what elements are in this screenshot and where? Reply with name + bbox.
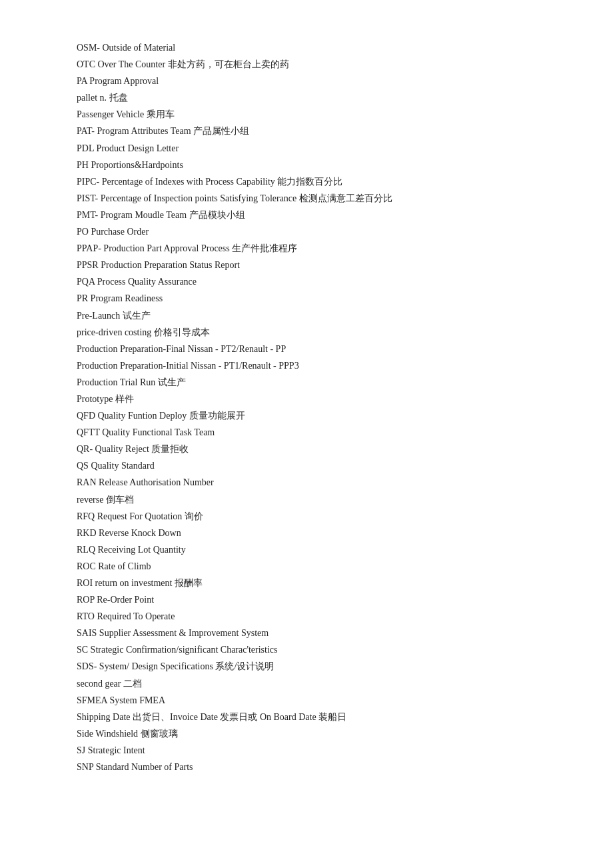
list-item: SAIS Supplier Assessment & Improvement S… bbox=[77, 625, 536, 641]
term-list: OSM- Outside of MaterialOTC Over The Cou… bbox=[77, 40, 536, 775]
list-item: QFD Quality Funtion Deploy 质量功能展开 bbox=[77, 408, 536, 423]
list-item: Production Trial Run 试生产 bbox=[77, 375, 536, 390]
list-item: SDS- System/ Design Specifications 系统/设计… bbox=[77, 659, 536, 674]
list-item: SJ Strategic Intent bbox=[77, 743, 536, 758]
list-item: QS Quality Standard bbox=[77, 458, 536, 473]
list-item: reverse 倒车档 bbox=[77, 492, 536, 507]
list-item: QFTT Quality Functional Task Team bbox=[77, 425, 536, 440]
list-item: PR Program Readiness bbox=[77, 291, 536, 306]
list-item: OSM- Outside of Material bbox=[77, 40, 536, 55]
list-item: PO Purchase Order bbox=[77, 224, 536, 239]
list-item: PH Proportions&Hardpoints bbox=[77, 157, 536, 173]
list-item: PQA Process Quality Assurance bbox=[77, 274, 536, 289]
list-item: Prototype 样件 bbox=[77, 391, 536, 407]
list-item: Pre-Launch 试生产 bbox=[77, 308, 536, 323]
list-item: PDL Product Design Letter bbox=[77, 141, 536, 156]
list-item: SNP Standard Number of Parts bbox=[77, 759, 536, 775]
list-item: pallet n. 托盘 bbox=[77, 90, 536, 105]
list-item: ROC Rate of Climb bbox=[77, 559, 536, 574]
list-item: RFQ Request For Quotation 询价 bbox=[77, 509, 536, 524]
list-item: RKD Reverse Knock Down bbox=[77, 525, 536, 541]
list-item: price-driven costing 价格引导成本 bbox=[77, 325, 536, 340]
list-item: PAT- Program Attributes Team 产品属性小组 bbox=[77, 123, 536, 139]
list-item: PPSR Production Preparation Status Repor… bbox=[77, 257, 536, 273]
list-item: SFMEA System FMEA bbox=[77, 693, 536, 708]
list-item: PIPC- Percentage of Indexes with Process… bbox=[77, 174, 536, 189]
list-item: RLQ Receiving Lot Quantity bbox=[77, 542, 536, 557]
list-item: SC Strategic Confirmation/significant Ch… bbox=[77, 642, 536, 657]
list-item: RTO Required To Operate bbox=[77, 609, 536, 624]
list-item: second gear 二档 bbox=[77, 676, 536, 691]
list-item: RAN Release Authorisation Number bbox=[77, 475, 536, 490]
list-item: PPAP- Production Part Approval Process 生… bbox=[77, 241, 536, 256]
list-item: Shipping Date 出货日、Invoice Date 发票日或 On B… bbox=[77, 709, 536, 725]
list-item: Side Windshield 侧窗玻璃 bbox=[77, 726, 536, 741]
list-item: OTC Over The Counter 非处方药，可在柜台上卖的药 bbox=[77, 57, 536, 72]
list-item: Production Preparation-Initial Nissan - … bbox=[77, 358, 536, 373]
list-item: ROI return on investment 报酬率 bbox=[77, 575, 536, 591]
list-item: Passenger Vehicle 乘用车 bbox=[77, 107, 536, 122]
list-item: QR- Quality Reject 质量拒收 bbox=[77, 441, 536, 457]
list-item: PIST- Percentage of Inspection points Sa… bbox=[77, 191, 536, 206]
list-item: ROP Re-Order Point bbox=[77, 592, 536, 607]
list-item: Production Preparation-Final Nissan - PT… bbox=[77, 341, 536, 357]
list-item: PMT- Program Moudle Team 产品模块小组 bbox=[77, 207, 536, 223]
list-item: PA Program Approval bbox=[77, 73, 536, 89]
